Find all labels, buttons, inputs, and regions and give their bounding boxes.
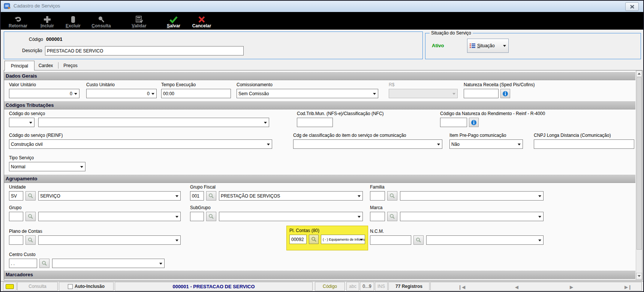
natureza-receita-info-button[interactable] — [500, 89, 510, 98]
validar-button[interactable]: Validar — [127, 13, 151, 29]
cancelar-button[interactable]: Cancelar — [188, 13, 215, 29]
vertical-scrollbar[interactable] — [636, 70, 642, 280]
descricao-label: Descrição — [22, 48, 42, 53]
chevron-down-icon — [151, 93, 154, 95]
ncm-combo[interactable] — [426, 235, 544, 245]
search-icon — [416, 237, 421, 243]
pl-contas-combo[interactable]: ( - ) Equipamento de Informática/Softwar… — [321, 235, 365, 244]
tab-principal[interactable]: Principal — [4, 61, 34, 70]
valor-unitario-combo[interactable]: 0 — [9, 89, 79, 98]
cdg-classificacao-combo[interactable] — [293, 139, 442, 149]
cnpj-longa-distancia-input[interactable] — [534, 139, 634, 149]
cdg-classificacao-label: Cdg de classificação do item do serviço … — [293, 133, 406, 138]
chevron-down-icon — [538, 240, 541, 241]
status-indicator-cell — [3, 282, 16, 291]
unidade-combo[interactable]: SERVIÇO — [38, 191, 181, 201]
centro-custo-lookup-button[interactable] — [39, 259, 49, 268]
natureza-rendimento-info-button[interactable] — [469, 118, 479, 127]
scrollbar-up-button[interactable] — [636, 70, 642, 77]
codigo-servico-reinf-combo[interactable]: Construção civil — [9, 139, 272, 149]
situacao-dropdown[interactable] — [501, 39, 509, 53]
grupo-lookup-button[interactable] — [25, 212, 36, 221]
excluir-button[interactable]: Excluir — [61, 13, 85, 29]
section-header-agrupamento: Agrupamento — [4, 175, 635, 183]
grupo-label: Grupo — [9, 205, 21, 210]
ncm-lookup-button[interactable] — [413, 235, 424, 245]
nav-next-button[interactable]: ▶ — [570, 285, 573, 290]
marca-code-input[interactable] — [370, 212, 385, 221]
grupo-combo[interactable] — [38, 212, 181, 221]
plano-de-contas-lookup-button[interactable] — [25, 235, 36, 245]
familia-lookup-button[interactable] — [387, 191, 397, 201]
retornar-button[interactable]: Retornar — [4, 13, 32, 29]
salvar-button[interactable]: Salvar — [162, 13, 185, 29]
grupo-code-input[interactable] — [9, 212, 23, 221]
natureza-rendimento-label: Código da Natureza do Rendimento - Reinf… — [440, 111, 545, 116]
pl-contas-lookup-button[interactable] — [309, 235, 319, 244]
status-abc: abc — [346, 282, 359, 291]
subgrupo-code-input[interactable] — [190, 212, 204, 221]
subgrupo-combo[interactable] — [219, 212, 363, 221]
incluir-button[interactable]: Incluir — [36, 13, 58, 29]
comissionamento-combo[interactable]: Sem Comissão — [237, 89, 378, 98]
situacao-button[interactable]: Situação — [467, 39, 506, 53]
tipo-servico-combo[interactable]: Normal — [9, 162, 85, 171]
centro-custo-label: Centro Custo — [9, 252, 36, 257]
status-ins: INS — [375, 282, 388, 291]
scrollbar-thumb[interactable] — [637, 77, 642, 250]
custo-unitario-combo[interactable]: 0 — [86, 89, 157, 98]
tab-separator — [58, 62, 58, 69]
centro-custo-combo[interactable] — [52, 259, 165, 268]
subgrupo-label: SubGrupo — [190, 205, 211, 210]
codigo-servico-combo[interactable] — [38, 118, 269, 127]
chevron-down-icon — [452, 93, 455, 95]
natureza-rendimento-input[interactable] — [440, 118, 467, 127]
descricao-input[interactable]: PRESTACAO DE SERVICO — [45, 46, 244, 55]
nav-prev-button[interactable]: ◀ — [515, 285, 518, 290]
auto-inclusao-checkbox[interactable] — [68, 284, 73, 289]
unidade-lookup-button[interactable] — [25, 191, 36, 201]
familia-combo[interactable] — [400, 191, 544, 201]
plano-de-contas-combo[interactable] — [38, 235, 181, 245]
natureza-receita-input[interactable] — [464, 89, 499, 98]
record-state-icon — [6, 284, 14, 289]
grupo-fiscal-combo[interactable]: PRESTAÇÃO DE SERVIÇOS — [219, 191, 363, 201]
nav-first-button[interactable]: ❙◀ — [458, 285, 465, 290]
codigo-servico-code-combo[interactable] — [9, 118, 34, 127]
section-header-marcadores: Marcadores — [4, 271, 635, 279]
marca-lookup-button[interactable] — [387, 212, 397, 221]
familia-code-input[interactable] — [370, 191, 385, 201]
tab-cardex[interactable]: Cardex — [35, 61, 56, 70]
pl-contas-code-input[interactable]: 00092 — [289, 235, 307, 244]
search-icon — [389, 193, 395, 199]
subgrupo-lookup-button[interactable] — [206, 212, 216, 221]
info-icon — [471, 120, 477, 126]
chevron-down-icon — [373, 93, 376, 95]
consulta-button[interactable]: Consulta — [87, 13, 115, 29]
marca-combo[interactable] — [400, 212, 544, 221]
app-icon — [4, 3, 11, 10]
centro-custo-code-input[interactable]: . . — [9, 259, 37, 268]
status-codigo-button[interactable]: Código — [315, 282, 345, 291]
ncm-code-input[interactable] — [370, 235, 411, 245]
natureza-receita-label: Natureza Receita (Sped Pis/Cofins) — [464, 82, 535, 87]
valor-unitario-label: Valor Unitário — [9, 82, 36, 87]
close-button[interactable] — [625, 2, 639, 11]
search-icon — [311, 237, 317, 242]
cod-trib-mun-input[interactable] — [297, 118, 333, 127]
situacao-panel — [425, 33, 641, 59]
codigo-servico-reinf-label: Código do serviço (REINF) — [9, 133, 63, 138]
chevron-down-icon — [29, 122, 32, 124]
auto-inclusao-cell[interactable]: Auto-Inclusão — [59, 282, 114, 291]
nav-last-button[interactable]: ▶❙ — [625, 285, 632, 290]
chevron-down-icon — [437, 144, 440, 145]
tab-precos[interactable]: Preços — [60, 61, 81, 70]
grupo-fiscal-code-input[interactable]: 001 — [190, 191, 204, 201]
tempo-execucao-input[interactable]: 00:00 — [161, 89, 231, 98]
item-pre-pago-combo[interactable]: Não — [449, 139, 523, 149]
unidade-code-input[interactable]: SV — [9, 191, 23, 201]
scrollbar-down-button[interactable] — [636, 273, 642, 279]
chevron-down-icon — [175, 195, 178, 197]
plano-de-contas-code-input[interactable] — [9, 235, 23, 245]
grupo-fiscal-lookup-button[interactable] — [206, 191, 216, 201]
